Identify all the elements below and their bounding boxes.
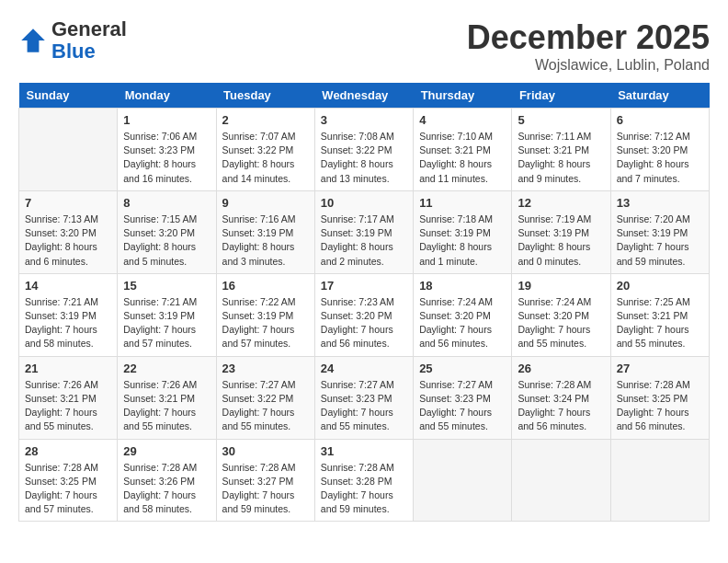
header-monday: Monday <box>118 83 216 109</box>
day-cell: 8Sunrise: 7:15 AM Sunset: 3:20 PM Daylig… <box>118 190 216 273</box>
day-number: 7 <box>25 196 111 210</box>
day-number: 2 <box>222 113 309 127</box>
day-number: 19 <box>518 279 604 293</box>
day-number: 26 <box>518 362 604 375</box>
day-cell <box>610 439 709 522</box>
day-cell: 18Sunrise: 7:24 AM Sunset: 3:20 PM Dayli… <box>414 273 512 356</box>
day-cell: 17Sunrise: 7:23 AM Sunset: 3:20 PM Dayli… <box>314 273 413 356</box>
day-info: Sunrise: 7:20 AM Sunset: 3:19 PM Dayligh… <box>617 213 703 269</box>
day-info: Sunrise: 7:08 AM Sunset: 3:22 PM Dayligh… <box>321 130 407 186</box>
day-info: Sunrise: 7:13 AM Sunset: 3:20 PM Dayligh… <box>25 213 111 269</box>
day-number: 3 <box>321 113 407 127</box>
day-number: 16 <box>222 279 309 293</box>
day-number: 6 <box>617 113 703 127</box>
day-cell: 5Sunrise: 7:11 AM Sunset: 3:21 PM Daylig… <box>512 109 610 191</box>
week-row-3: 14Sunrise: 7:21 AM Sunset: 3:19 PM Dayli… <box>19 273 710 356</box>
day-cell: 11Sunrise: 7:18 AM Sunset: 3:19 PM Dayli… <box>414 190 512 273</box>
day-cell: 20Sunrise: 7:25 AM Sunset: 3:21 PM Dayli… <box>610 273 709 356</box>
day-info: Sunrise: 7:25 AM Sunset: 3:21 PM Dayligh… <box>617 295 703 351</box>
day-cell <box>19 109 118 191</box>
week-row-1: 1Sunrise: 7:06 AM Sunset: 3:23 PM Daylig… <box>19 109 710 191</box>
svg-marker-0 <box>21 29 45 52</box>
day-cell: 13Sunrise: 7:20 AM Sunset: 3:19 PM Dayli… <box>610 190 709 273</box>
day-cell: 6Sunrise: 7:12 AM Sunset: 3:20 PM Daylig… <box>610 109 709 191</box>
day-number: 29 <box>123 444 210 458</box>
day-info: Sunrise: 7:07 AM Sunset: 3:22 PM Dayligh… <box>222 130 309 186</box>
header-tuesday: Tuesday <box>216 83 314 109</box>
logo-blue: Blue <box>51 40 96 63</box>
day-number: 1 <box>123 113 210 127</box>
day-number: 31 <box>321 444 407 458</box>
day-info: Sunrise: 7:21 AM Sunset: 3:19 PM Dayligh… <box>25 295 111 351</box>
day-number: 17 <box>321 279 407 293</box>
day-info: Sunrise: 7:26 AM Sunset: 3:21 PM Dayligh… <box>25 378 111 434</box>
day-number: 9 <box>222 196 309 210</box>
day-number: 21 <box>25 362 111 375</box>
day-number: 12 <box>518 196 604 210</box>
day-number: 15 <box>123 279 210 293</box>
logo-text: General Blue <box>51 18 127 63</box>
day-cell: 15Sunrise: 7:21 AM Sunset: 3:19 PM Dayli… <box>118 273 216 356</box>
day-number: 27 <box>617 362 703 375</box>
logo: General Blue <box>18 18 127 63</box>
day-cell: 2Sunrise: 7:07 AM Sunset: 3:22 PM Daylig… <box>216 109 314 191</box>
day-number: 25 <box>419 362 506 375</box>
day-cell: 16Sunrise: 7:22 AM Sunset: 3:19 PM Dayli… <box>216 273 314 356</box>
day-number: 28 <box>25 444 111 458</box>
day-cell: 28Sunrise: 7:28 AM Sunset: 3:25 PM Dayli… <box>19 439 118 522</box>
day-number: 30 <box>222 444 309 458</box>
day-info: Sunrise: 7:26 AM Sunset: 3:21 PM Dayligh… <box>123 378 210 434</box>
calendar-header-row: SundayMondayTuesdayWednesdayThursdayFrid… <box>19 83 710 109</box>
day-number: 20 <box>617 279 703 293</box>
day-info: Sunrise: 7:06 AM Sunset: 3:23 PM Dayligh… <box>123 130 210 186</box>
header-saturday: Saturday <box>610 83 709 109</box>
day-number: 13 <box>617 196 703 210</box>
day-cell: 14Sunrise: 7:21 AM Sunset: 3:19 PM Dayli… <box>19 273 118 356</box>
header-sunday: Sunday <box>19 83 118 109</box>
day-cell: 4Sunrise: 7:10 AM Sunset: 3:21 PM Daylig… <box>414 109 512 191</box>
logo-general: General <box>51 17 127 40</box>
day-info: Sunrise: 7:12 AM Sunset: 3:20 PM Dayligh… <box>617 130 703 186</box>
day-info: Sunrise: 7:28 AM Sunset: 3:26 PM Dayligh… <box>123 461 210 517</box>
day-cell: 30Sunrise: 7:28 AM Sunset: 3:27 PM Dayli… <box>216 439 314 522</box>
day-number: 22 <box>123 362 210 375</box>
day-number: 23 <box>222 362 309 375</box>
day-info: Sunrise: 7:27 AM Sunset: 3:23 PM Dayligh… <box>419 378 506 434</box>
day-number: 14 <box>25 279 111 293</box>
day-info: Sunrise: 7:23 AM Sunset: 3:20 PM Dayligh… <box>321 295 407 351</box>
day-cell: 10Sunrise: 7:17 AM Sunset: 3:19 PM Dayli… <box>314 190 413 273</box>
day-number: 8 <box>123 196 210 210</box>
day-info: Sunrise: 7:10 AM Sunset: 3:21 PM Dayligh… <box>419 130 506 186</box>
week-row-5: 28Sunrise: 7:28 AM Sunset: 3:25 PM Dayli… <box>19 439 710 522</box>
day-info: Sunrise: 7:19 AM Sunset: 3:19 PM Dayligh… <box>518 213 604 269</box>
day-number: 5 <box>518 113 604 127</box>
logo-icon <box>18 26 48 55</box>
day-info: Sunrise: 7:11 AM Sunset: 3:21 PM Dayligh… <box>518 130 604 186</box>
day-cell: 19Sunrise: 7:24 AM Sunset: 3:20 PM Dayli… <box>512 273 610 356</box>
header-wednesday: Wednesday <box>314 83 413 109</box>
day-info: Sunrise: 7:28 AM Sunset: 3:27 PM Dayligh… <box>222 461 309 517</box>
day-cell: 26Sunrise: 7:28 AM Sunset: 3:24 PM Dayli… <box>512 356 610 439</box>
day-info: Sunrise: 7:21 AM Sunset: 3:19 PM Dayligh… <box>123 295 210 351</box>
calendar-body: 1Sunrise: 7:06 AM Sunset: 3:23 PM Daylig… <box>19 109 710 522</box>
day-info: Sunrise: 7:22 AM Sunset: 3:19 PM Dayligh… <box>222 295 309 351</box>
page-header: General Blue December 2025 Wojslawice, L… <box>18 18 710 74</box>
location-subtitle: Wojslawice, Lublin, Poland <box>467 57 710 74</box>
day-cell <box>512 439 610 522</box>
header-thursday: Thursday <box>414 83 512 109</box>
day-info: Sunrise: 7:28 AM Sunset: 3:24 PM Dayligh… <box>518 378 604 434</box>
day-cell: 21Sunrise: 7:26 AM Sunset: 3:21 PM Dayli… <box>19 356 118 439</box>
day-number: 10 <box>321 196 407 210</box>
day-info: Sunrise: 7:27 AM Sunset: 3:23 PM Dayligh… <box>321 378 407 434</box>
title-block: December 2025 Wojslawice, Lublin, Poland <box>467 18 710 74</box>
calendar-table: SundayMondayTuesdayWednesdayThursdayFrid… <box>18 83 710 522</box>
day-cell: 24Sunrise: 7:27 AM Sunset: 3:23 PM Dayli… <box>314 356 413 439</box>
header-friday: Friday <box>512 83 610 109</box>
day-number: 18 <box>419 279 506 293</box>
day-cell: 29Sunrise: 7:28 AM Sunset: 3:26 PM Dayli… <box>118 439 216 522</box>
day-cell <box>414 439 512 522</box>
day-number: 11 <box>419 196 506 210</box>
day-cell: 23Sunrise: 7:27 AM Sunset: 3:22 PM Dayli… <box>216 356 314 439</box>
day-info: Sunrise: 7:28 AM Sunset: 3:28 PM Dayligh… <box>321 461 407 517</box>
day-info: Sunrise: 7:27 AM Sunset: 3:22 PM Dayligh… <box>222 378 309 434</box>
